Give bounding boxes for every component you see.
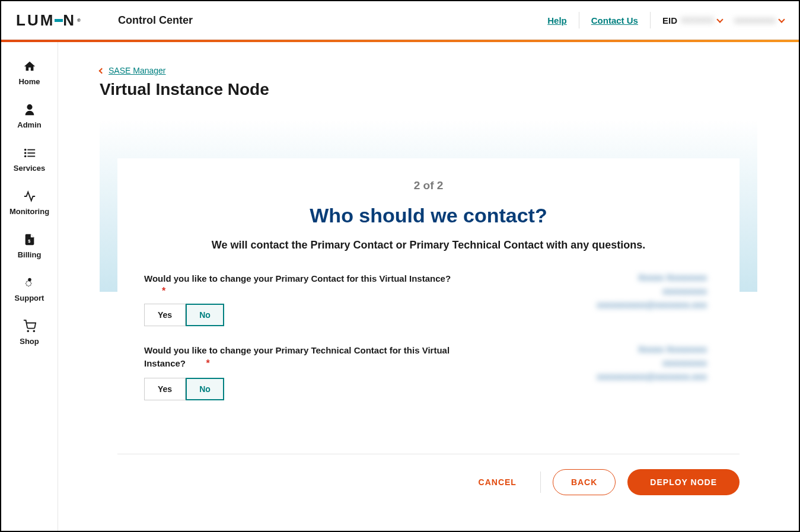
question-primary-contact: Would you like to change your Primary Co… <box>144 272 713 326</box>
header: LUMN® Control Center Help Contact Us EID… <box>1 1 799 40</box>
svg-rect-3 <box>27 149 35 151</box>
sidebar-item-home[interactable]: Home <box>1 51 58 94</box>
main-layout: Home Admin Services Monitoring $ Billing <box>1 42 799 531</box>
no-button[interactable]: No <box>186 378 224 400</box>
svg-rect-5 <box>27 156 35 157</box>
toggle-technical-contact: Yes No <box>144 378 452 400</box>
support-icon <box>23 276 37 290</box>
question-left: Would you like to change your Primary Co… <box>144 272 452 326</box>
header-right: Help Contact Us EID XXXXXX xxxxxxxxxx <box>547 12 784 28</box>
svg-point-7 <box>28 278 31 282</box>
help-link[interactable]: Help <box>547 15 567 26</box>
contact-name: Xxxxx Xxxxxxxx <box>452 272 707 282</box>
content: SASE Manager Virtual Instance Node 2 of … <box>58 42 799 531</box>
cart-icon <box>23 319 37 333</box>
required-indicator: * <box>162 286 165 296</box>
question-technical-contact: Would you like to change your Primary Te… <box>144 344 713 400</box>
svg-text:$: $ <box>28 238 30 244</box>
no-button[interactable]: No <box>186 304 224 326</box>
svg-point-9 <box>33 330 34 332</box>
deploy-node-button[interactable]: DEPLOY NODE <box>627 469 740 495</box>
activity-icon <box>23 189 37 203</box>
contact-detail: xxxxxxxxx <box>452 286 707 296</box>
chevron-down-icon <box>716 16 723 23</box>
svg-point-2 <box>24 155 26 158</box>
sidebar-item-label: Home <box>18 77 40 86</box>
eid-value: XXXXXX <box>681 15 714 25</box>
yes-button[interactable]: Yes <box>144 304 186 326</box>
eid-label: EID <box>662 15 677 26</box>
contact-name: Xxxxx Xxxxxxxx <box>452 344 707 354</box>
sidebar-item-label: Billing <box>18 250 42 259</box>
sidebar-item-shop[interactable]: Shop <box>1 311 58 354</box>
separator <box>650 12 651 28</box>
contact-us-link[interactable]: Contact Us <box>591 15 638 26</box>
breadcrumb: SASE Manager <box>100 66 757 75</box>
contact-email: xxxxxxxxxx@xxxxxxx.xxx <box>452 371 707 381</box>
sidebar: Home Admin Services Monitoring $ Billing <box>1 42 58 531</box>
separator <box>540 472 541 493</box>
toggle-primary-contact: Yes No <box>144 304 452 326</box>
contact-info-primary: Xxxxx Xxxxxxxx xxxxxxxxx xxxxxxxxxx@xxxx… <box>452 272 713 313</box>
question-left: Would you like to change your Primary Te… <box>144 344 452 400</box>
svg-rect-4 <box>27 152 35 154</box>
separator <box>579 12 579 28</box>
breadcrumb-link[interactable]: SASE Manager <box>109 66 166 75</box>
required-indicator: * <box>206 358 209 368</box>
sidebar-item-billing[interactable]: $ Billing <box>1 224 58 267</box>
eid-dropdown[interactable]: EID XXXXXX <box>662 15 722 26</box>
card-subtitle: We will contact the Primary Contact or P… <box>144 239 713 251</box>
question-text: Would you like to change your Primary Te… <box>144 345 450 369</box>
divider <box>117 454 740 454</box>
list-icon <box>23 146 37 160</box>
contact-info-technical: Xxxxx Xxxxxxxx xxxxxxxxx xxxxxxxxxx@xxxx… <box>452 344 713 385</box>
invoice-icon: $ <box>23 232 37 247</box>
username: xxxxxxxxxx <box>734 15 776 25</box>
card-title: Who should we contact? <box>144 204 713 227</box>
home-icon <box>23 59 37 74</box>
svg-point-1 <box>24 152 26 154</box>
svg-point-0 <box>24 149 26 151</box>
person-icon <box>23 103 37 117</box>
contact-detail: xxxxxxxxx <box>452 358 707 368</box>
app-name: Control Center <box>118 14 193 27</box>
sidebar-item-support[interactable]: Support <box>1 267 58 311</box>
sidebar-item-services[interactable]: Services <box>1 138 58 181</box>
contact-email: xxxxxxxxxx@xxxxxxx.xxx <box>452 300 707 310</box>
back-button[interactable]: BACK <box>553 469 616 495</box>
page-title: Virtual Instance Node <box>100 80 757 99</box>
yes-button[interactable]: Yes <box>144 378 186 400</box>
sidebar-item-label: Admin <box>17 120 41 129</box>
contact-card: 2 of 2 Who should we contact? We will co… <box>117 158 740 439</box>
sidebar-item-label: Services <box>14 164 46 173</box>
question-text: Would you like to change your Primary Co… <box>144 273 451 283</box>
action-row: CANCEL BACK DEPLOY NODE <box>100 469 740 495</box>
svg-point-8 <box>27 330 28 332</box>
sidebar-item-label: Shop <box>20 337 39 346</box>
cancel-button[interactable]: CANCEL <box>467 469 528 495</box>
sidebar-item-label: Support <box>15 294 44 302</box>
sidebar-item-monitoring[interactable]: Monitoring <box>1 181 58 224</box>
logo: LUMN® <box>16 11 82 30</box>
chevron-down-icon <box>778 16 785 23</box>
chevron-left-icon <box>99 68 105 74</box>
sidebar-item-admin[interactable]: Admin <box>1 94 58 138</box>
sidebar-item-label: Monitoring <box>9 207 49 216</box>
user-dropdown[interactable]: xxxxxxxxxx <box>734 15 784 25</box>
step-indicator: 2 of 2 <box>144 179 713 192</box>
